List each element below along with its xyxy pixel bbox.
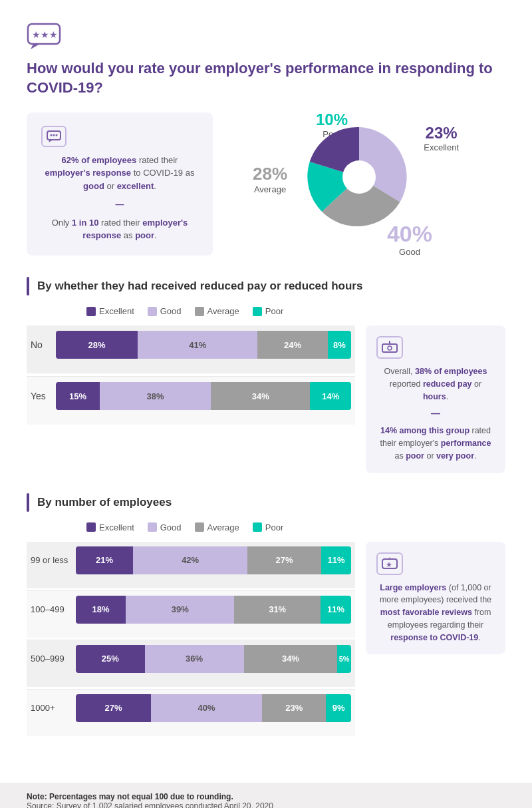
svg-text:★: ★ (386, 560, 392, 568)
pie-label-average: 28% Average (253, 164, 287, 194)
bar-seg-1000-exc: 27% (76, 694, 151, 722)
footer: Note: Percentages may not equal 100 due … (0, 783, 532, 808)
s2-legend-average: Average (195, 522, 239, 532)
section1-title: By whether they had received reduced pay… (37, 280, 362, 293)
legend-good-label: Good (160, 306, 182, 316)
bar-label-1000: 1000+ (31, 703, 76, 713)
bar-seg-100-exc: 18% (76, 596, 126, 624)
bar-seg-1000-good: 40% (151, 694, 262, 722)
bar-row-100: 100–499 18% 39% 31% 11% (27, 590, 355, 638)
section2-accent (27, 493, 29, 512)
bar-row-yes: Yes 15% 38% 34% 14% (27, 376, 355, 425)
s2-legend-average-dot (195, 522, 204, 532)
header-icon: ★★★ (27, 20, 505, 53)
legend-average-label: Average (207, 306, 239, 316)
legend-excellent: Excellent (86, 306, 134, 316)
section1-info-text: Overall, 38% of employees reported reduc… (376, 365, 495, 463)
section2-legend: Excellent Good Average Poor (86, 522, 505, 532)
s2-legend-average-label: Average (207, 522, 239, 532)
bar-segment-yes-average: 34% (211, 382, 310, 410)
section2: By number of employees Excellent Good Av… (27, 493, 505, 736)
summary-icon (41, 126, 66, 147)
bar-row-no: No 28% 41% 24% 8% (27, 325, 355, 373)
s2-legend-good: Good (148, 522, 182, 532)
pie-chart-area: 10% Poor 23% Excellent 28% Average 40% G… (213, 110, 505, 257)
bar-label-500: 500–999 (31, 654, 76, 664)
legend-poor: Poor (253, 306, 283, 316)
s2-legend-good-dot (148, 522, 157, 532)
pie-chart-svg (306, 124, 412, 233)
section1-accent (27, 277, 29, 296)
bar-seg-99-avg: 27% (247, 546, 321, 574)
bar-segment-yes-excellent: 15% (56, 382, 100, 410)
bar-seg-1000-poor: 9% (326, 694, 351, 722)
legend-good-dot (148, 307, 157, 316)
s2-legend-excellent-label: Excellent (99, 522, 134, 532)
legend-good: Good (148, 306, 182, 316)
bar-segment-no-good: 41% (138, 331, 257, 359)
bar-row-99: 99 or less 21% 42% 27% 11% (27, 542, 355, 588)
bar-container-no: 28% 41% 24% 8% (56, 331, 351, 359)
svg-rect-9 (382, 344, 397, 352)
svg-point-8 (342, 160, 376, 194)
section1-info-box: Overall, 38% of employees reported reduc… (366, 325, 505, 473)
section2-title: By number of employees (37, 496, 172, 509)
bar-seg-100-good: 39% (126, 596, 234, 624)
bar-seg-99-exc: 21% (76, 546, 133, 574)
bar-container-500: 25% 36% 34% 5% (76, 645, 351, 673)
footer-source: Source: Survey of 1,002 salaried employe… (27, 801, 505, 808)
svg-point-5 (53, 134, 55, 136)
bar-row-500: 500–999 25% 36% 34% 5% (27, 640, 355, 687)
bar-seg-500-avg: 34% (244, 645, 338, 673)
bar-seg-1000-avg: 23% (262, 694, 326, 722)
bar-segment-yes-poor: 14% (310, 382, 351, 410)
legend-poor-label: Poor (265, 306, 283, 316)
footer-note: Note: Percentages may not equal 100 due … (27, 792, 505, 801)
s2-legend-poor: Poor (253, 522, 283, 532)
legend-poor-dot (253, 307, 262, 316)
section2-info-icon: ★ (376, 552, 403, 575)
bar-seg-100-avg: 31% (234, 596, 321, 624)
s2-legend-poor-label: Poor (265, 522, 283, 532)
bar-container-1000: 27% 40% 23% 9% (76, 694, 351, 722)
bar-seg-99-poor: 11% (321, 546, 351, 574)
bar-segment-no-average: 24% (257, 331, 328, 359)
bar-container-100: 18% 39% 31% 11% (76, 596, 351, 624)
section1-bar-chart: No 28% 41% 24% 8% Yes 15% (27, 325, 355, 425)
bar-seg-99-good: 42% (133, 546, 247, 574)
bar-container-yes: 15% 38% 34% 14% (56, 382, 351, 410)
bar-segment-no-excellent: 28% (56, 331, 138, 359)
svg-text:★★★: ★★★ (32, 29, 58, 40)
section1-legend: Excellent Good Average Poor (86, 306, 505, 316)
svg-point-6 (56, 134, 58, 136)
svg-point-4 (51, 134, 53, 136)
bar-segment-no-poor: 8% (328, 331, 351, 359)
bar-seg-500-exc: 25% (76, 645, 145, 673)
bar-segment-yes-good: 38% (100, 382, 211, 410)
svg-marker-14 (389, 557, 391, 559)
section2-info-text: Large employers (of 1,000 or more employ… (376, 582, 495, 644)
section1-info-icon (376, 336, 403, 359)
s2-legend-poor-dot (253, 522, 262, 532)
bar-seg-100-poor: 11% (321, 596, 351, 624)
legend-average-dot (195, 307, 204, 316)
pie-label-excellent: 23% Excellent (424, 124, 459, 152)
svg-point-10 (388, 346, 392, 350)
bar-seg-500-good: 36% (145, 645, 244, 673)
bar-row-1000: 1000+ 27% 40% 23% 9% (27, 689, 355, 736)
bar-label-99: 99 or less (31, 555, 76, 565)
s2-legend-excellent-dot (86, 522, 96, 532)
summary-box: 62% of employees rated their employer's … (27, 112, 213, 256)
section1: By whether they had received reduced pay… (27, 277, 505, 473)
summary-text: 62% of employees rated their employer's … (41, 154, 198, 242)
section2-info-box: ★ Large employers (of 1,000 or more empl… (366, 542, 505, 655)
legend-excellent-dot (86, 307, 96, 316)
main-question: How would you rate your employer's perfo… (27, 59, 505, 97)
legend-excellent-label: Excellent (99, 306, 134, 316)
bar-label-no: No (31, 339, 56, 350)
bar-container-99: 21% 42% 27% 11% (76, 546, 351, 574)
bar-label-yes: Yes (31, 391, 56, 401)
legend-average: Average (195, 306, 239, 316)
s2-legend-good-label: Good (160, 522, 182, 532)
bar-label-100: 100–499 (31, 604, 76, 614)
